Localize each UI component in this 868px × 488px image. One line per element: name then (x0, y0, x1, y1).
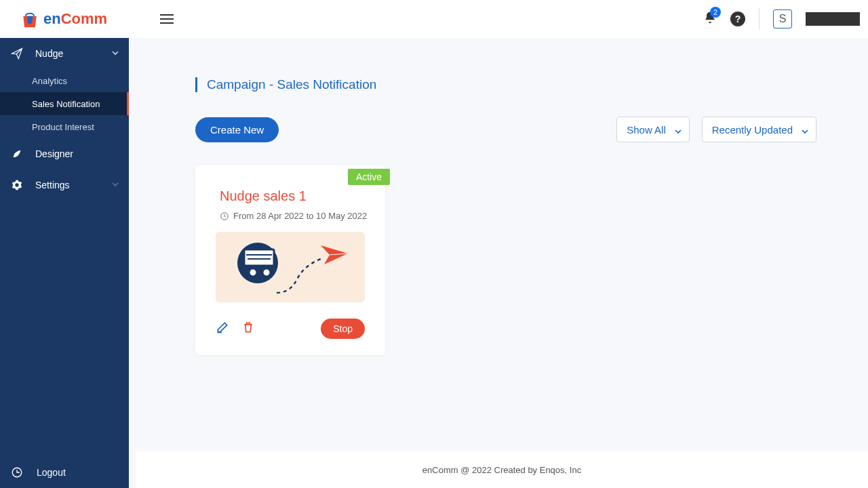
logo-bag-icon (20, 9, 39, 28)
sidebar-item-designer[interactable]: Designer (0, 138, 129, 169)
svg-point-7 (262, 268, 271, 277)
card-illustration (216, 232, 365, 302)
notifications-button[interactable]: 2 (703, 11, 717, 27)
create-new-button[interactable]: Create New (195, 117, 279, 142)
filter-show-dropdown[interactable]: Show All (616, 117, 690, 142)
help-icon[interactable]: ? (730, 12, 745, 26)
campaign-card: Active Nudge sales 1 From 28 Apr 2022 to… (195, 165, 385, 355)
chevron-down-icon (111, 180, 119, 190)
delete-button[interactable] (241, 321, 255, 337)
gear-icon (11, 179, 23, 191)
toolbar: Create New Show All Recently Updated (195, 117, 816, 142)
sidebar: Nudge Analytics Sales Notification Produ… (0, 38, 129, 488)
sidebar-item-product-interest[interactable]: Product Interest (0, 115, 129, 138)
edit-button[interactable] (216, 321, 229, 337)
sidebar-item-nudge[interactable]: Nudge (0, 38, 129, 69)
status-badge: Active (348, 169, 390, 185)
page-title: Campaign - Sales Notification (207, 77, 816, 92)
sidebar-item-sales-notification[interactable]: Sales Notification (0, 92, 129, 115)
chevron-down-icon (111, 48, 119, 59)
clock-icon (220, 211, 229, 221)
svg-point-6 (249, 268, 257, 277)
profile-name-placeholder[interactable] (806, 12, 860, 26)
logout-icon (11, 466, 23, 479)
main-content: Campaign - Sales Notification Create New… (136, 38, 868, 451)
chevron-down-icon (801, 126, 809, 138)
logo-text: enComm (43, 10, 107, 28)
svg-rect-3 (244, 249, 274, 266)
leaf-icon (11, 148, 23, 160)
logo[interactable]: enComm (8, 9, 130, 28)
pencil-icon (216, 321, 229, 334)
stop-button[interactable]: Stop (321, 319, 365, 339)
paper-plane-icon (11, 47, 23, 60)
card-date: From 28 Apr 2022 to 10 May 2022 (206, 211, 374, 221)
page-title-wrap: Campaign - Sales Notification (195, 77, 816, 92)
footer: enComm @ 2022 Created by Enqos, Inc (136, 451, 868, 488)
sidebar-item-logout[interactable]: Logout (0, 457, 129, 488)
notification-badge: 2 (710, 7, 721, 18)
footer-text: enComm @ 2022 Created by Enqos, Inc (422, 465, 581, 475)
card-title: Nudge sales 1 (206, 188, 374, 204)
sidebar-item-analytics[interactable]: Analytics (0, 69, 129, 92)
sidebar-item-settings[interactable]: Settings (0, 169, 129, 201)
menu-toggle-icon[interactable] (160, 14, 174, 24)
trash-icon (241, 321, 255, 334)
sort-dropdown[interactable]: Recently Updated (702, 117, 816, 142)
avatar[interactable]: S (773, 9, 792, 28)
chevron-down-icon (674, 126, 682, 138)
top-header: enComm 2 ? S (0, 0, 868, 38)
sidebar-label: Nudge (35, 48, 63, 59)
